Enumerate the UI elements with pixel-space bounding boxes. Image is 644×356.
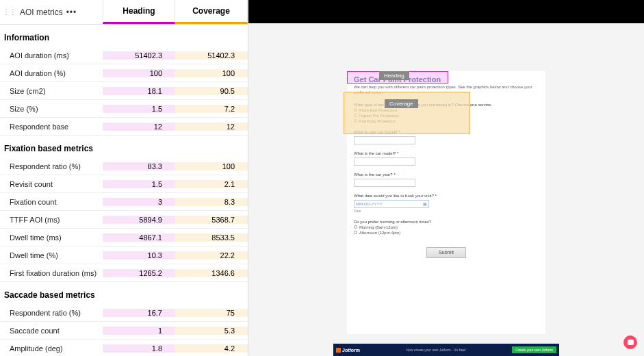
metric-value-heading: 100 [103, 69, 175, 77]
opt6b[interactable]: Afternoon (12pm-4pm) [359, 231, 400, 235]
opt6a[interactable]: Morning (8am-12pm) [359, 225, 398, 229]
q4-label: What is the car year? [354, 173, 393, 177]
metric-value-heading: 16.7 [103, 309, 175, 317]
section-header: Fixation based metrics [0, 136, 248, 157]
metric-value-heading: 1 [103, 327, 175, 335]
metric-row: Fixation count38.3 [0, 193, 248, 211]
metrics-header: ⋮⋮ AOI metrics ••• Heading Coverage [0, 0, 248, 25]
metric-value-coverage: 51402.3 [175, 51, 248, 60]
q5-label: What date would you like to book your vi… [354, 194, 434, 198]
metric-label: Respondent base [0, 123, 103, 131]
metric-value-heading: 4867.1 [103, 233, 175, 242]
metric-label: Respondent ratio (%) [0, 309, 103, 317]
metric-label: Dwell time (%) [0, 251, 103, 259]
stimulus-preview-panel: Heading Coverage Get Car Paint Protectio… [248, 0, 644, 356]
metric-row: Amplitude (deg)1.84.2 [0, 340, 248, 356]
section-header: Saccade based metrics [0, 282, 248, 304]
form-card: Heading Coverage Get Car Paint Protectio… [347, 71, 545, 334]
metric-value-heading: 83.3 [103, 162, 175, 170]
metric-row: Respondent base1212 [0, 118, 248, 136]
metric-value-heading: 10.3 [103, 251, 175, 259]
metric-value-coverage: 8533.5 [175, 233, 248, 242]
metric-label: First fixation duration (ms) [0, 269, 103, 277]
date-help: Date [354, 209, 539, 213]
car-year-input[interactable] [354, 179, 415, 187]
metric-value-coverage: 12 [175, 123, 248, 131]
calendar-icon[interactable]: ▦ [423, 201, 427, 206]
submit-button[interactable]: Submit [426, 247, 466, 258]
metric-value-coverage: 1346.6 [175, 269, 248, 277]
metric-value-heading: 18.1 [103, 87, 175, 95]
metric-value-coverage: 75 [175, 309, 248, 317]
metric-value-coverage: 100 [175, 162, 248, 170]
metric-row: AOI duration (%)100100 [0, 64, 248, 82]
metric-row: Revisit count1.52.1 [0, 175, 248, 193]
drag-handle-icon[interactable]: ⋮⋮ [3, 8, 16, 16]
metric-value-coverage: 22.2 [175, 251, 248, 259]
metrics-table-body: InformationAOI duration (ms)51402.351402… [0, 25, 248, 356]
jotform-cta-button[interactable]: Create your own Jotform [512, 346, 556, 353]
metric-value-heading: 12 [103, 123, 175, 131]
car-brand-input[interactable] [354, 136, 415, 144]
metric-row: Dwell time (ms)4867.18533.5 [0, 229, 248, 246]
metric-label: Saccade count [0, 327, 103, 335]
metric-value-coverage: 90.5 [175, 87, 248, 95]
metric-row: Respondent ratio (%)16.775 [0, 304, 248, 322]
q6-label: Do you prefer morning or afternoon times… [354, 220, 431, 224]
column-header-coverage[interactable]: Coverage [175, 0, 248, 24]
section-header: Information [0, 25, 248, 47]
metric-label: AOI duration (%) [0, 69, 103, 77]
metric-label: AOI duration (ms) [0, 51, 103, 60]
chat-bubble-icon[interactable] [623, 335, 637, 349]
metric-value-heading: 1.8 [103, 344, 175, 353]
metric-row: First fixation duration (ms)1265.21346.6 [0, 264, 248, 282]
metric-label: Amplitude (deg) [0, 344, 103, 353]
metric-row: AOI duration (ms)51402.351402.3 [0, 47, 248, 64]
metric-value-heading: 1.5 [103, 180, 175, 188]
metric-value-coverage: 8.3 [175, 198, 248, 206]
radio-icon[interactable] [354, 225, 357, 229]
aoi-metrics-panel: ⋮⋮ AOI metrics ••• Heading Coverage Info… [0, 0, 248, 356]
metric-value-heading: 51402.3 [103, 51, 175, 60]
car-model-input[interactable] [354, 157, 415, 166]
metric-value-coverage: 5.3 [175, 327, 248, 335]
more-menu-icon[interactable]: ••• [66, 8, 77, 17]
browser-top-bar [248, 0, 644, 23]
jotform-banner[interactable]: Jotform Now create your own Jotform - It… [333, 344, 559, 356]
metric-value-coverage: 5368.7 [175, 216, 248, 224]
aoi-overlay-coverage[interactable] [344, 92, 470, 134]
metric-value-coverage: 100 [175, 69, 248, 77]
aoi-label-heading[interactable]: Heading [379, 71, 409, 80]
metric-value-coverage: 7.2 [175, 105, 248, 113]
metric-row: TTFF AOI (ms)5894.95368.7 [0, 211, 248, 229]
metric-label: Fixation count [0, 198, 103, 206]
q3-label: What is the car model? [354, 151, 396, 155]
metric-label: TTFF AOI (ms) [0, 216, 103, 224]
metric-label: Size (cm2) [0, 87, 103, 95]
metric-row: Saccade count15.3 [0, 322, 248, 340]
metric-label: Dwell time (ms) [0, 233, 103, 242]
aoi-label-coverage[interactable]: Coverage [385, 99, 418, 108]
radio-icon[interactable] [354, 231, 357, 234]
metric-label: Size (%) [0, 105, 103, 113]
visit-date-input[interactable]: MM-DD-YYYY ▦ [354, 200, 429, 208]
metric-value-heading: 1.5 [103, 105, 175, 113]
jotform-text: Now create your own Jotform - It's free! [407, 348, 466, 352]
metric-row: Size (cm2)18.190.5 [0, 82, 248, 100]
metric-row: Dwell time (%)10.322.2 [0, 246, 248, 264]
metric-value-heading: 5894.9 [103, 216, 175, 224]
jotform-logo-icon [336, 348, 341, 353]
metric-row: Respondent ratio (%)83.3100 [0, 157, 248, 175]
metric-value-coverage: 4.2 [175, 344, 248, 353]
metric-row: Size (%)1.57.2 [0, 100, 248, 118]
metric-label: Respondent ratio (%) [0, 162, 103, 170]
panel-title: AOI metrics [20, 8, 63, 17]
column-header-heading[interactable]: Heading [103, 0, 175, 24]
metric-value-coverage: 2.1 [175, 180, 248, 188]
metric-label: Revisit count [0, 180, 103, 188]
metric-value-heading: 3 [103, 198, 175, 206]
metric-value-heading: 1265.2 [103, 269, 175, 277]
